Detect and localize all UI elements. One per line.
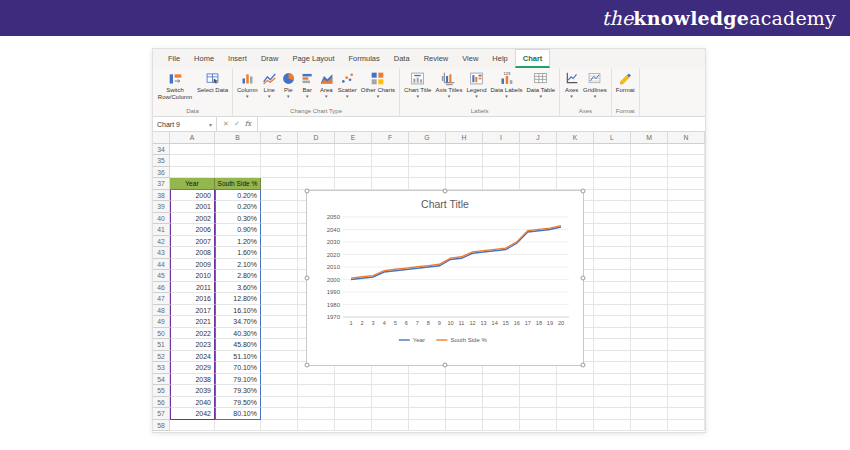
cell-d58[interactable] (298, 420, 335, 432)
cell-g34[interactable] (409, 144, 446, 156)
column-header-b[interactable]: B (215, 132, 261, 144)
cell-n58[interactable] (668, 420, 705, 432)
cell-f36[interactable] (372, 167, 409, 179)
cell-l49[interactable] (594, 316, 631, 328)
column-header-i[interactable]: I (483, 132, 520, 144)
cell-n39[interactable] (668, 201, 705, 213)
cell-k34[interactable] (557, 144, 594, 156)
column-header-g[interactable]: G (409, 132, 446, 144)
cell-n53[interactable] (668, 362, 705, 374)
cell-c40[interactable] (261, 213, 298, 225)
ribbon-button-pie[interactable]: Pie▾ (279, 69, 298, 99)
cell-m57[interactable] (631, 408, 668, 420)
cell-j35[interactable] (520, 155, 557, 167)
ribbon-tab-formulas[interactable]: Formulas (342, 50, 387, 68)
cell-m44[interactable] (631, 259, 668, 271)
column-header-l[interactable]: L (594, 132, 631, 144)
cell-b51[interactable]: 45.80% (215, 339, 261, 351)
column-header-j[interactable]: J (520, 132, 557, 144)
row-header-55[interactable]: 55 (153, 385, 170, 397)
ribbon-button-column[interactable]: Column▾ (235, 69, 260, 99)
cell-l54[interactable] (594, 374, 631, 386)
cell-k36[interactable] (557, 167, 594, 179)
cell-n48[interactable] (668, 305, 705, 317)
cell-b45[interactable]: 2.80% (215, 270, 261, 282)
cell-c37[interactable] (261, 178, 298, 190)
row-header-34[interactable]: 34 (153, 144, 170, 156)
cell-b58[interactable] (215, 420, 261, 432)
cell-c34[interactable] (261, 144, 298, 156)
cell-b55[interactable]: 79.30% (215, 385, 261, 397)
cell-k57[interactable] (557, 408, 594, 420)
cell-l41[interactable] (594, 224, 631, 236)
cell-l45[interactable] (594, 270, 631, 282)
cell-d37[interactable] (298, 178, 335, 190)
cell-l36[interactable] (594, 167, 631, 179)
cell-e54[interactable] (335, 374, 372, 386)
cell-n42[interactable] (668, 236, 705, 248)
cell-b46[interactable]: 3.60% (215, 282, 261, 294)
cell-l46[interactable] (594, 282, 631, 294)
cell-h56[interactable] (446, 397, 483, 409)
cell-m49[interactable] (631, 316, 668, 328)
cell-a47[interactable]: 2016 (170, 293, 215, 305)
cell-f55[interactable] (372, 385, 409, 397)
cell-l53[interactable] (594, 362, 631, 374)
cell-f56[interactable] (372, 397, 409, 409)
cell-f57[interactable] (372, 408, 409, 420)
cell-n34[interactable] (668, 144, 705, 156)
cell-h34[interactable] (446, 144, 483, 156)
cell-c36[interactable] (261, 167, 298, 179)
cell-a34[interactable] (170, 144, 215, 156)
cell-b48[interactable]: 16.10% (215, 305, 261, 317)
cell-l35[interactable] (594, 155, 631, 167)
row-header-37[interactable]: 37 (153, 178, 170, 190)
cell-b39[interactable]: 0.20% (215, 201, 261, 213)
cell-m40[interactable] (631, 213, 668, 225)
ribbon-button-gridlines[interactable]: Gridlines▾ (581, 69, 609, 99)
cell-m39[interactable] (631, 201, 668, 213)
cell-j34[interactable] (520, 144, 557, 156)
cell-j55[interactable] (520, 385, 557, 397)
cell-a44[interactable]: 2009 (170, 259, 215, 271)
cell-c50[interactable] (261, 328, 298, 340)
cell-g55[interactable] (409, 385, 446, 397)
cell-b49[interactable]: 34.70% (215, 316, 261, 328)
cell-j57[interactable] (520, 408, 557, 420)
cell-n57[interactable] (668, 408, 705, 420)
cell-m51[interactable] (631, 339, 668, 351)
row-header-46[interactable]: 46 (153, 282, 170, 294)
cell-h57[interactable] (446, 408, 483, 420)
cell-n45[interactable] (668, 270, 705, 282)
row-header-51[interactable]: 51 (153, 339, 170, 351)
cancel-icon[interactable]: ✕ (223, 120, 229, 128)
row-header-53[interactable]: 53 (153, 362, 170, 374)
cell-n37[interactable] (668, 178, 705, 190)
cell-c41[interactable] (261, 224, 298, 236)
cell-i57[interactable] (483, 408, 520, 420)
insert-function-icon[interactable]: fx (245, 120, 252, 128)
select-all-corner[interactable] (153, 132, 170, 144)
cell-m47[interactable] (631, 293, 668, 305)
cell-l42[interactable] (594, 236, 631, 248)
cell-l48[interactable] (594, 305, 631, 317)
cell-b37[interactable]: South Side % (215, 178, 261, 190)
cell-a40[interactable]: 2002 (170, 213, 215, 225)
cell-a49[interactable]: 2021 (170, 316, 215, 328)
ribbon-tab-help[interactable]: Help (485, 50, 514, 68)
column-header-n[interactable]: N (668, 132, 705, 144)
cell-l52[interactable] (594, 351, 631, 363)
ribbon-tab-insert[interactable]: Insert (221, 50, 254, 68)
column-header-c[interactable]: C (261, 132, 298, 144)
row-header-48[interactable]: 48 (153, 305, 170, 317)
ribbon-tab-page-layout[interactable]: Page Layout (285, 50, 341, 68)
row-header-42[interactable]: 42 (153, 236, 170, 248)
ribbon-button-axes[interactable]: Axes▾ (562, 69, 581, 99)
cell-c35[interactable] (261, 155, 298, 167)
chart-resize-handle[interactable] (305, 363, 310, 368)
cell-c47[interactable] (261, 293, 298, 305)
cell-g58[interactable] (409, 420, 446, 432)
cell-b42[interactable]: 1.20% (215, 236, 261, 248)
cell-e36[interactable] (335, 167, 372, 179)
cell-g54[interactable] (409, 374, 446, 386)
